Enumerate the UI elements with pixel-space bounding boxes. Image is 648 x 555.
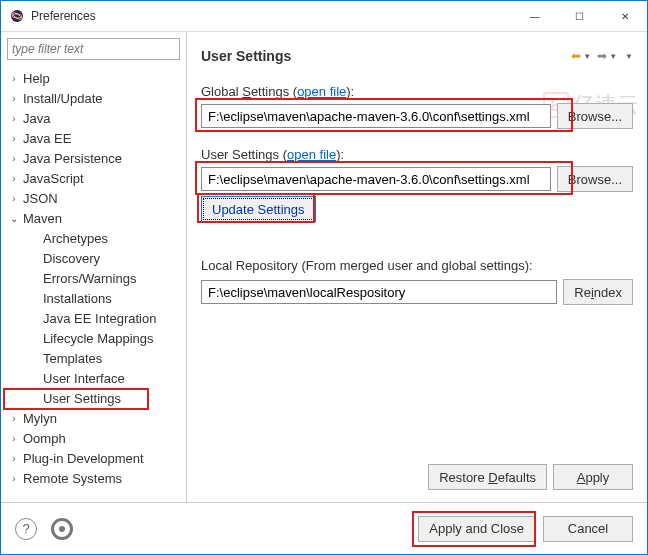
back-icon[interactable]: ⬅ [571, 49, 581, 63]
chevron-right-icon[interactable]: › [7, 433, 21, 444]
tree-item-label: Plug-in Development [21, 451, 144, 466]
tree-item-label: User Interface [41, 371, 125, 386]
chevron-right-icon[interactable]: › [7, 193, 21, 204]
close-button[interactable]: ✕ [602, 1, 647, 31]
help-icon[interactable]: ? [15, 518, 37, 540]
reindex-button[interactable]: Reindex [563, 279, 633, 305]
tree-item-label: JavaScript [21, 171, 84, 186]
chevron-right-icon[interactable]: › [7, 153, 21, 164]
tree-item-label: User Settings [41, 391, 121, 406]
filter-input[interactable] [7, 38, 180, 60]
tree-item-archetypes[interactable]: Archetypes [1, 228, 186, 248]
footer: ? Apply and Close Cancel [1, 502, 647, 554]
user-settings-label: User Settings (open file): [201, 147, 633, 162]
chevron-right-icon[interactable]: › [7, 113, 21, 124]
import-export-icon[interactable] [51, 518, 73, 540]
minimize-button[interactable]: — [512, 1, 557, 31]
tree-item-label: Templates [41, 351, 102, 366]
svg-point-0 [11, 10, 23, 22]
tree-item-java-persistence[interactable]: ›Java Persistence [1, 148, 186, 168]
tree-item-plug-in-development[interactable]: ›Plug-in Development [1, 448, 186, 468]
apply-and-close-button[interactable]: Apply and Close [418, 516, 535, 542]
tree-item-label: Errors/Warnings [41, 271, 136, 286]
tree-item-label: Java EE Integration [41, 311, 156, 326]
chevron-right-icon[interactable]: › [7, 453, 21, 464]
tree-item-label: Remote Systems [21, 471, 122, 486]
chevron-right-icon[interactable]: › [7, 473, 21, 484]
apply-button[interactable]: Apply [553, 464, 633, 490]
back-menu-icon[interactable]: ▼ [583, 52, 591, 61]
tree-item-label: Install/Update [21, 91, 103, 106]
tree-item-user-interface[interactable]: User Interface [1, 368, 186, 388]
global-browse-button[interactable]: Browse... [557, 103, 633, 129]
tree-item-install-update[interactable]: ›Install/Update [1, 88, 186, 108]
tree-item-user-settings[interactable]: User Settings [1, 388, 186, 408]
tree-item-oomph[interactable]: ›Oomph [1, 428, 186, 448]
eclipse-icon [9, 8, 25, 24]
update-settings-button[interactable]: Update Settings [201, 196, 316, 222]
tree-item-java[interactable]: ›Java [1, 108, 186, 128]
sidebar: ›Help›Install/Update›Java›Java EE›Java P… [1, 32, 187, 502]
menu-icon[interactable]: ▼ [625, 52, 633, 61]
tree-item-label: Installations [41, 291, 112, 306]
global-settings-label: Global Settings (open file): [201, 84, 633, 99]
chevron-right-icon[interactable]: › [7, 173, 21, 184]
forward-icon[interactable]: ➡ [597, 49, 607, 63]
tree-item-label: Help [21, 71, 50, 86]
forward-menu-icon[interactable]: ▼ [609, 52, 617, 61]
tree-item-label: Java [21, 111, 50, 126]
page-title: User Settings [201, 48, 571, 64]
tree-item-label: Java EE [21, 131, 71, 146]
tree-item-label: Oomph [21, 431, 66, 446]
user-open-file-link[interactable]: open file [287, 147, 336, 162]
chevron-right-icon[interactable]: › [7, 133, 21, 144]
user-browse-button[interactable]: Browse... [557, 166, 633, 192]
user-settings-input[interactable] [201, 167, 551, 191]
tree-item-errors-warnings[interactable]: Errors/Warnings [1, 268, 186, 288]
chevron-down-icon[interactable]: ⌄ [7, 213, 21, 224]
global-open-file-link[interactable]: open file [297, 84, 346, 99]
nav-arrows: ⬅ ▼ ➡ ▼ ▼ [571, 49, 633, 63]
tree-item-discovery[interactable]: Discovery [1, 248, 186, 268]
tree-item-json[interactable]: ›JSON [1, 188, 186, 208]
tree-item-templates[interactable]: Templates [1, 348, 186, 368]
restore-defaults-button[interactable]: Restore Defaults [428, 464, 547, 490]
local-repo-input[interactable] [201, 280, 557, 304]
tree-item-maven[interactable]: ⌄Maven [1, 208, 186, 228]
global-settings-input[interactable] [201, 104, 551, 128]
tree-item-label: Java Persistence [21, 151, 122, 166]
cancel-button[interactable]: Cancel [543, 516, 633, 542]
tree-item-label: Lifecycle Mappings [41, 331, 154, 346]
tree-item-label: Maven [21, 211, 62, 226]
tree-item-label: Discovery [41, 251, 100, 266]
chevron-right-icon[interactable]: › [7, 93, 21, 104]
content-pane: E亿速云 User Settings ⬅ ▼ ➡ ▼ ▼ Global Sett… [187, 32, 647, 502]
tree-item-label: Mylyn [21, 411, 57, 426]
tree-item-lifecycle-mappings[interactable]: Lifecycle Mappings [1, 328, 186, 348]
tree-item-label: JSON [21, 191, 58, 206]
local-repo-label: Local Repository (From merged user and g… [201, 258, 633, 273]
tree-item-javascript[interactable]: ›JavaScript [1, 168, 186, 188]
tree-item-installations[interactable]: Installations [1, 288, 186, 308]
tree-item-java-ee[interactable]: ›Java EE [1, 128, 186, 148]
window-title: Preferences [31, 9, 512, 23]
tree-item-java-ee-integration[interactable]: Java EE Integration [1, 308, 186, 328]
preferences-tree[interactable]: ›Help›Install/Update›Java›Java EE›Java P… [1, 66, 186, 502]
chevron-right-icon[interactable]: › [7, 73, 21, 84]
titlebar: Preferences — ☐ ✕ [1, 1, 647, 31]
tree-item-remote-systems[interactable]: ›Remote Systems [1, 468, 186, 488]
tree-item-mylyn[interactable]: ›Mylyn [1, 408, 186, 428]
tree-item-label: Archetypes [41, 231, 108, 246]
maximize-button[interactable]: ☐ [557, 1, 602, 31]
chevron-right-icon[interactable]: › [7, 413, 21, 424]
tree-item-help[interactable]: ›Help [1, 68, 186, 88]
